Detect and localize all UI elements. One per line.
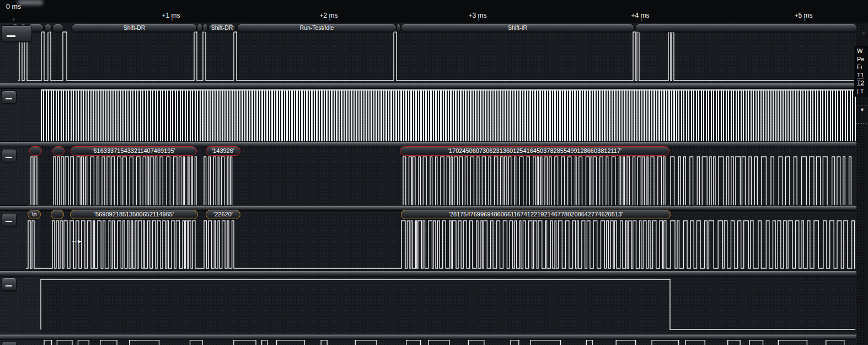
minus-icon (7, 35, 15, 37)
time-tick-arrow-icon: ↓ (13, 16, 15, 22)
channel-1-collapse-button[interactable] (2, 91, 17, 104)
state-annotation (44, 24, 52, 32)
decoded-value-bubble: '281754769969486066116741221921467780208… (401, 210, 671, 219)
panel-dotted-line (856, 123, 868, 124)
dropdown-arrow-icon[interactable]: ▼ (860, 107, 865, 113)
channel-label-strip (0, 23, 40, 345)
channel-3-collapse-button[interactable] (2, 213, 17, 226)
measurement-link[interactable]: T1 (857, 71, 868, 79)
time-tick-arrow-icon: ↓ (803, 16, 806, 22)
time-tick-arrow-icon: ↓ (329, 16, 331, 22)
time-tick-arrow-icon: ↓ (478, 16, 480, 22)
measurement-label: W (857, 47, 868, 55)
decoded-value-bubble: '56909218513500652114965' (70, 210, 198, 219)
decoded-value-bubble (29, 146, 42, 156)
decoded-value-bubble: '170245060730623136012541645037828554991… (400, 146, 669, 156)
state-annotation (635, 24, 857, 32)
state-annotation: Shift-IR (401, 24, 634, 32)
measurement-label: Pe (857, 55, 868, 63)
measurement-panel: WPeFrT1T2| T (854, 46, 868, 97)
decoded-value-bubble: '143926' (206, 146, 240, 156)
channel-0-collapse-button[interactable] (1, 25, 32, 42)
measurement-link[interactable]: T2 (857, 79, 868, 87)
time-tick-arrow-icon: ↓ (171, 16, 174, 22)
measurement-label: | T (857, 87, 868, 95)
state-annotation: Shift-DR (208, 24, 235, 32)
time-ruler[interactable]: 0 ms ↓+1 ms↓+2 ms↓+3 ms↓+4 ms↓+5 ms↓ (0, 0, 868, 23)
minus-icon (6, 221, 12, 222)
row-separator[interactable] (0, 334, 856, 340)
horizontal-resize-cursor-icon: ⇔▸ (71, 237, 82, 245)
state-annotation: Shift-DR (72, 24, 197, 32)
scroll-down-arrow-icon[interactable]: ▼ (861, 30, 866, 36)
time-tick-arrow-icon: ↓ (640, 16, 643, 22)
row-separator[interactable] (0, 83, 856, 89)
minus-icon (6, 98, 12, 99)
state-annotation (197, 24, 202, 32)
logic-analyzer-window: 0 ms ↓+1 ms↓+2 ms↓+3 ms↓+4 ms↓+5 ms↓ ⇔▸ … (0, 0, 868, 345)
decoded-value-bubble (51, 210, 64, 219)
measurement-label: Fr (857, 63, 868, 71)
redacted-text (18, 0, 43, 5)
decoded-value-bubble (52, 146, 65, 156)
decoded-value-bubble: '616333715433211407469195' (71, 146, 197, 156)
state-annotation (397, 24, 400, 32)
waveform-canvas[interactable] (0, 23, 856, 345)
state-annotation (202, 24, 208, 32)
state-annotation (52, 24, 63, 32)
decoded-value-bubble: \n (28, 210, 41, 219)
channel-5-collapse-button[interactable] (2, 341, 17, 345)
minus-icon (6, 157, 12, 158)
clock-channel-band (41, 89, 856, 142)
channel-2-collapse-button[interactable] (2, 149, 17, 162)
channel-divider-line (40, 23, 40, 345)
decoded-value-bubble: '22620' (206, 210, 240, 219)
panel-separator-line (856, 105, 868, 105)
channel-4-collapse-button[interactable] (2, 278, 17, 291)
state-annotation: Run-Test/Idle (237, 24, 397, 32)
row-separator[interactable] (0, 270, 856, 277)
minus-icon (6, 285, 12, 286)
